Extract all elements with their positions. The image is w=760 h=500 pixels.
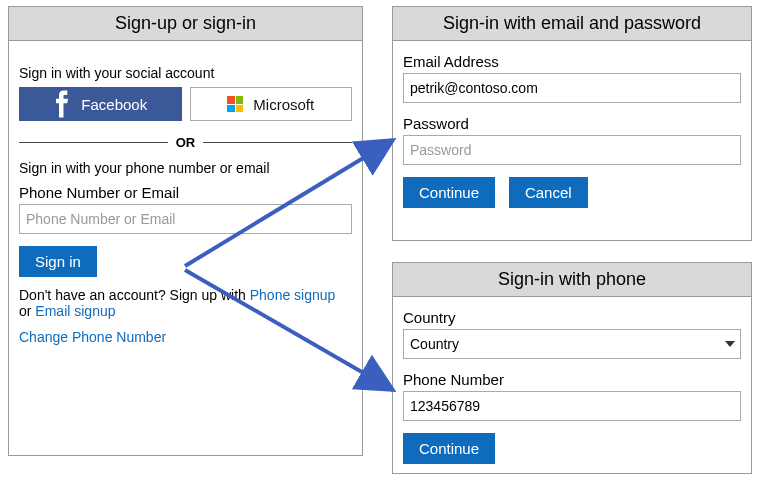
signup-prompt: Don't have an account? Sign up with Phon… <box>19 287 352 319</box>
email-signin-panel: Sign-in with email and password Email Ad… <box>392 6 752 241</box>
country-label: Country <box>403 309 741 326</box>
panel-body: Email Address Password Continue Cancel <box>393 41 751 220</box>
phone-signup-link[interactable]: Phone signup <box>250 287 336 303</box>
or-text: OR <box>176 135 196 150</box>
no-account-text: Don't have an account? Sign up with <box>19 287 250 303</box>
phone-input[interactable] <box>403 391 741 421</box>
panel-title: Sign-in with phone <box>393 263 751 297</box>
panel-title: Sign-up or sign-in <box>9 7 362 41</box>
panel-body: Sign in with your social account Faceboo… <box>9 41 362 357</box>
social-heading: Sign in with your social account <box>19 65 352 81</box>
or-divider: OR <box>19 135 352 150</box>
or-word: or <box>19 303 35 319</box>
country-select[interactable] <box>403 329 741 359</box>
facebook-label: Facebook <box>81 96 147 113</box>
continue-button[interactable]: Continue <box>403 433 495 464</box>
password-input[interactable] <box>403 135 741 165</box>
panel-body: Country Phone Number Continue <box>393 297 751 476</box>
phone-signin-panel: Sign-in with phone Country Phone Number … <box>392 262 752 474</box>
email-input[interactable] <box>403 73 741 103</box>
microsoft-button[interactable]: Microsoft <box>190 87 353 121</box>
email-label: Email Address <box>403 53 741 70</box>
cancel-button[interactable]: Cancel <box>509 177 588 208</box>
microsoft-label: Microsoft <box>253 96 314 113</box>
microsoft-icon <box>227 96 243 112</box>
facebook-icon <box>53 90 71 118</box>
signin-button[interactable]: Sign in <box>19 246 97 277</box>
signup-signin-panel: Sign-up or sign-in Sign in with your soc… <box>8 6 363 456</box>
password-label: Password <box>403 115 741 132</box>
phone-label: Phone Number <box>403 371 741 388</box>
phone-email-heading: Sign in with your phone number or email <box>19 160 352 176</box>
continue-button[interactable]: Continue <box>403 177 495 208</box>
facebook-button[interactable]: Facebook <box>19 87 182 121</box>
email-signup-link[interactable]: Email signup <box>35 303 115 319</box>
phone-email-label: Phone Number or Email <box>19 184 352 201</box>
change-phone-link[interactable]: Change Phone Number <box>19 329 166 345</box>
panel-title: Sign-in with email and password <box>393 7 751 41</box>
social-row: Facebook Microsoft <box>19 87 352 121</box>
phone-email-input[interactable] <box>19 204 352 234</box>
